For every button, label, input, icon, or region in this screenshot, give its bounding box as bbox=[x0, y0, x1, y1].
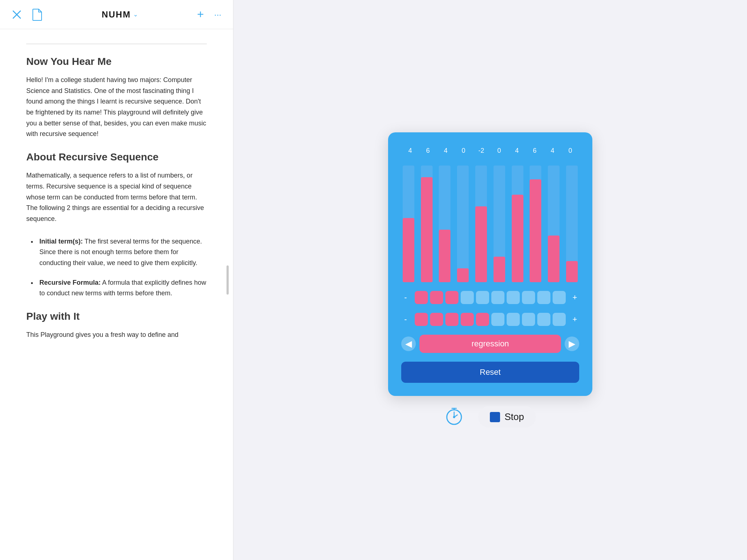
svg-point-7 bbox=[453, 416, 455, 418]
selector-label[interactable]: regression bbox=[419, 335, 561, 353]
selector-left-arrow[interactable]: ◀ bbox=[401, 337, 416, 351]
bullet-item-2: Recursive Formula: A formula that explic… bbox=[37, 277, 207, 299]
dot-row2-2[interactable] bbox=[445, 313, 458, 326]
eq-bar-col[interactable] bbox=[492, 166, 507, 282]
eq-label: 0 bbox=[490, 147, 508, 155]
eq-bar-col[interactable] bbox=[565, 166, 579, 282]
eq-bar-col[interactable] bbox=[419, 166, 434, 282]
more-button[interactable]: ··· bbox=[213, 8, 223, 21]
chevron-icon[interactable]: ⌄ bbox=[133, 11, 138, 18]
eq-track bbox=[457, 166, 469, 282]
stop-icon bbox=[490, 412, 500, 422]
stop-label: Stop bbox=[504, 411, 524, 423]
dot-row1-8[interactable] bbox=[537, 291, 550, 304]
dot-row2-4[interactable] bbox=[476, 313, 489, 326]
app-title: NUHM bbox=[102, 9, 131, 20]
bullet2-title: Recursive Formula: bbox=[39, 279, 101, 286]
right-panel: 4640-204640 - + - + ◀ regression ▶ Reset bbox=[233, 0, 747, 560]
playground-card: 4640-204640 - + - + ◀ regression ▶ Reset bbox=[388, 132, 592, 396]
eq-label: 4 bbox=[437, 147, 455, 155]
divider bbox=[26, 44, 207, 44]
eq-bar-col[interactable] bbox=[474, 166, 488, 282]
section3-body: This Playground gives you a fresh way to… bbox=[26, 330, 207, 341]
dot-row1-1[interactable] bbox=[430, 291, 443, 304]
section2-body: Mathematically, a sequence refers to a l… bbox=[26, 170, 207, 224]
controls-row-2: - + bbox=[401, 313, 579, 326]
left-panel: NUHM ⌄ + ··· Now You Hear Me Hello! I'm … bbox=[0, 0, 233, 560]
dots-row-2 bbox=[413, 313, 568, 326]
dot-row2-5[interactable] bbox=[491, 313, 504, 326]
dot-row1-7[interactable] bbox=[522, 291, 535, 304]
section1-title: Now You Hear Me bbox=[26, 56, 207, 67]
stop-button[interactable]: Stop bbox=[478, 406, 536, 428]
dot-row2-3[interactable] bbox=[461, 313, 474, 326]
eq-fill bbox=[403, 218, 414, 282]
dot-row2-1[interactable] bbox=[430, 313, 443, 326]
eq-bar-col[interactable] bbox=[529, 166, 543, 282]
selector-right-arrow[interactable]: ▶ bbox=[565, 337, 579, 351]
eq-label: 6 bbox=[526, 147, 544, 155]
dot-row1-3[interactable] bbox=[461, 291, 474, 304]
eq-fill bbox=[530, 179, 541, 282]
eq-bar-col[interactable] bbox=[510, 166, 525, 282]
add-button[interactable]: + bbox=[196, 6, 205, 23]
eq-bar-col[interactable] bbox=[401, 166, 416, 282]
eq-fill bbox=[421, 177, 433, 282]
eq-label: 4 bbox=[401, 147, 419, 155]
dot-row1-6[interactable] bbox=[507, 291, 520, 304]
eq-label: 6 bbox=[419, 147, 437, 155]
bullet1-title: Initial term(s): bbox=[39, 238, 83, 245]
dots-row-1 bbox=[413, 291, 568, 304]
toolbar: NUHM ⌄ + ··· bbox=[0, 0, 233, 29]
eq-fill bbox=[494, 257, 505, 282]
eq-bar-col[interactable] bbox=[456, 166, 470, 282]
eq-label: 0 bbox=[454, 147, 472, 155]
eq-fill bbox=[439, 230, 450, 282]
controls-row-1: - + bbox=[401, 291, 579, 304]
section2-title: About Recursive Sequence bbox=[26, 151, 207, 163]
eq-bar-col[interactable] bbox=[438, 166, 452, 282]
doc-button[interactable] bbox=[31, 7, 44, 22]
reset-button[interactable]: Reset bbox=[401, 362, 579, 383]
dot-row2-7[interactable] bbox=[522, 313, 535, 326]
dot-row1-0[interactable] bbox=[415, 291, 428, 304]
dot-row2-8[interactable] bbox=[537, 313, 550, 326]
dot-row1-4[interactable] bbox=[476, 291, 489, 304]
eq-bars-container bbox=[401, 166, 579, 282]
minus-sign-2[interactable]: - bbox=[401, 315, 410, 324]
dot-row1-2[interactable] bbox=[445, 291, 458, 304]
dot-row1-5[interactable] bbox=[491, 291, 504, 304]
bullet-item-1: Initial term(s): The first several terms… bbox=[37, 236, 207, 269]
dot-row1-9[interactable] bbox=[553, 291, 566, 304]
eq-label: 0 bbox=[561, 147, 579, 155]
content-area: Now You Hear Me Hello! I'm a college stu… bbox=[0, 29, 233, 560]
bullet-list: Initial term(s): The first several terms… bbox=[26, 236, 207, 299]
selector-row: ◀ regression ▶ bbox=[401, 335, 579, 353]
plus-sign-2[interactable]: + bbox=[570, 315, 579, 324]
eq-fill bbox=[512, 195, 523, 282]
timer-icon bbox=[445, 407, 464, 427]
scroll-indicator bbox=[227, 265, 229, 295]
toolbar-left bbox=[10, 7, 44, 22]
dot-row2-9[interactable] bbox=[553, 313, 566, 326]
plus-sign-1[interactable]: + bbox=[570, 293, 579, 302]
close-button[interactable] bbox=[10, 8, 23, 21]
toolbar-right: + ··· bbox=[196, 6, 223, 23]
eq-label: 4 bbox=[508, 147, 526, 155]
eq-fill bbox=[548, 236, 560, 282]
eq-label: 4 bbox=[543, 147, 561, 155]
eq-fill bbox=[457, 268, 469, 282]
toolbar-center: NUHM ⌄ bbox=[44, 9, 196, 20]
section3-title: Play with It bbox=[26, 311, 207, 322]
eq-bar-col[interactable] bbox=[546, 166, 561, 282]
dot-row2-6[interactable] bbox=[507, 313, 520, 326]
eq-label: -2 bbox=[472, 147, 490, 155]
eq-fill bbox=[566, 261, 578, 282]
section1-body: Hello! I'm a college student having two … bbox=[26, 75, 207, 140]
eq-fill bbox=[475, 206, 487, 282]
dot-row2-0[interactable] bbox=[415, 313, 428, 326]
eq-labels-row: 4640-204640 bbox=[401, 147, 579, 155]
minus-sign-1[interactable]: - bbox=[401, 293, 410, 302]
bottom-toolbar: Stop bbox=[248, 406, 732, 428]
